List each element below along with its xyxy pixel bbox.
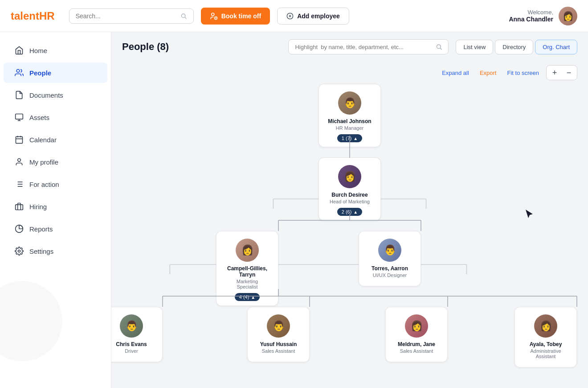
sidebar-label-hiring: Hiring [29,203,47,211]
name-yusuf: Yusuf Hussain [260,341,297,347]
title-burch: Head of Marketing [330,199,370,204]
avatar-burch: 👩 [338,165,361,188]
avatar-chris: 👨 [120,314,143,338]
reports-icon [14,224,24,234]
sidebar-label-my-profile: My profile [29,158,58,166]
sidebar-label-assets: Assets [29,114,49,121]
svg-line-26 [440,48,441,50]
node-chris[interactable]: 👨 Chris Evans Driver [111,307,163,362]
tab-directory[interactable]: Directory [495,40,533,54]
svg-point-25 [437,45,441,49]
svg-point-2 [211,13,214,16]
documents-icon [14,90,24,100]
view-tabs: List view Directory Org. Chart [456,40,577,54]
node-torres[interactable]: 👨 Torres, Aarron UI/UX Designer [359,231,421,286]
badge-burch[interactable]: 2 (6) ▲ [337,208,363,216]
expand-all-button[interactable]: Expand all [438,68,473,78]
add-employee-button[interactable]: Add employee [277,8,349,25]
badge-michael[interactable]: 1 (7) ▲ [337,134,363,142]
sidebar-item-settings[interactable]: Settings [4,241,107,261]
name-burch: Burch Desiree [331,192,368,198]
title-campell: Marketing Specialist [225,279,269,289]
search-bar[interactable] [69,8,194,24]
sidebar-label-home: Home [29,47,47,54]
node-meldrum[interactable]: 👩 Meldrum, Jane Sales Assistant [385,307,448,362]
logo-talent: talent [11,10,39,22]
search-input[interactable] [76,12,177,20]
tab-org-chart[interactable]: Org. Chart [535,40,577,54]
export-button[interactable]: Export [476,68,500,78]
sidebar-label-reports: Reports [29,225,53,233]
page-header: People (8) List view Directory Org. Char… [111,32,588,62]
avatar-ayala: 👩 [534,314,557,338]
sidebar-item-assets[interactable]: Assets [4,107,107,128]
title-torres: UI/UX Designer [373,272,407,278]
node-yusuf[interactable]: 👨 Yusuf Hussain Sales Assistant [247,307,310,362]
search-icon [180,12,187,20]
svg-point-24 [18,250,20,252]
svg-point-15 [18,159,21,162]
title-michael: HR Manager [336,125,363,131]
title-chris: Driver [125,348,138,354]
sidebar-item-home[interactable]: Home [4,40,107,61]
sidebar-item-hiring[interactable]: Hiring [4,196,107,217]
avatar-michael: 👨 [338,91,361,115]
zoom-controls: + − [546,65,577,80]
svg-line-1 [185,17,186,18]
action-icon [14,179,24,189]
name-ayala: Ayala, Tobey [530,341,562,347]
name-campell: Campell-Gillies, Tarryn [225,265,269,278]
node-burch-desiree[interactable]: 👩 Burch Desiree Head of Marketing 2 (6) … [318,157,381,221]
content-area: People (8) List view Directory Org. Char… [111,32,588,388]
highlight-search-icon [436,43,442,50]
svg-point-0 [182,14,185,17]
sidebar-item-my-profile[interactable]: My profile [4,152,107,172]
add-employee-label: Add employee [297,12,340,20]
page-title: People (8) [122,41,169,53]
sidebar-item-documents[interactable]: Documents [4,85,107,105]
sidebar-item-people[interactable]: People [4,62,107,83]
fit-to-screen-button[interactable]: Fit to screen [503,68,543,78]
avatar-campell: 👩 [236,239,259,262]
badge-campell[interactable]: 4 (4) ▲ [235,293,260,301]
avatar[interactable]: 👩 [559,7,577,25]
welcome-greeting: Welcome, Anna Chandler [509,9,553,23]
highlight-search-bar[interactable] [288,39,449,54]
name-chris: Chris Evans [116,341,147,347]
name-michael: Michael Johnson [328,118,371,124]
hiring-icon [14,202,24,211]
topbar: talentHR Book time off Add employee Welc… [0,0,588,32]
book-time-off-button[interactable]: Book time off [201,8,270,25]
settings-icon [14,246,24,256]
org-chart-area: Expand all Export Fit to screen + − [111,62,588,388]
home-icon [14,45,24,55]
zoom-in-button[interactable]: + [548,66,561,79]
node-michael-johnson[interactable]: 👨 Michael Johnson HR Manager 1 (7) ▲ [318,84,381,147]
calendar-icon [14,135,24,144]
svg-point-7 [16,70,20,73]
title-meldrum: Sales Assistant [400,348,433,354]
highlight-input[interactable] [295,44,432,50]
person-clock-icon [210,12,218,20]
cursor-indicator [524,209,535,221]
title-yusuf: Sales Assistant [262,348,295,354]
node-ayala[interactable]: 👩 Ayala, Tobey Administrative Assistant [514,307,577,367]
sidebar-label-documents: Documents [29,91,63,99]
svg-rect-22 [16,205,23,210]
plus-circle-icon [286,12,294,20]
sidebar: Home People Documents Assets Calendar [0,32,111,388]
tab-list-view[interactable]: List view [456,40,493,54]
sidebar-decoration [0,281,62,361]
svg-rect-11 [16,136,23,143]
sidebar-item-calendar[interactable]: Calendar [4,129,107,150]
assets-icon [14,112,24,122]
profile-icon [14,157,24,167]
org-toolbar: Expand all Export Fit to screen + − [438,65,577,80]
logo-hr: HR [39,10,55,22]
sidebar-item-reports[interactable]: Reports [4,219,107,239]
svg-rect-8 [16,114,23,120]
sidebar-item-for-action[interactable]: For action [4,174,107,194]
user-name: Anna Chandler [509,16,553,23]
zoom-out-button[interactable]: − [563,66,575,79]
node-campell[interactable]: 👩 Campell-Gillies, Tarryn Marketing Spec… [216,231,278,306]
